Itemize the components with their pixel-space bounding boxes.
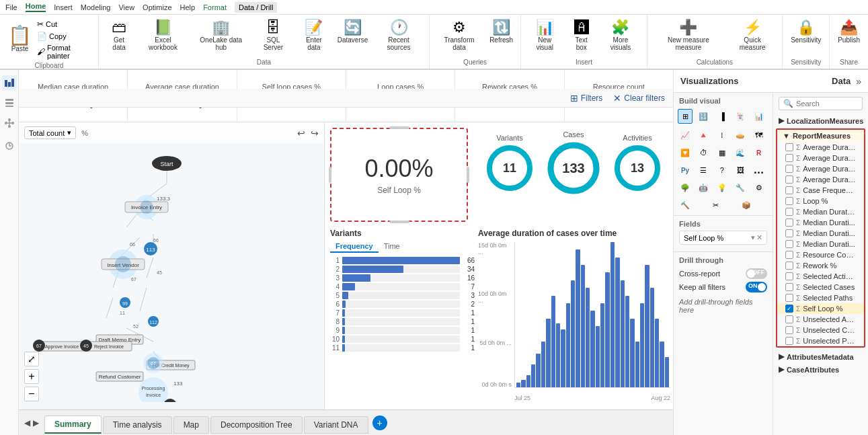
get-data-button[interactable]: 🗃 Get data	[104, 17, 134, 58]
tab-time-analysis[interactable]: Time analysis	[103, 416, 172, 434]
left-icon-report[interactable]	[2, 75, 17, 90]
viz-icon-cut[interactable]: ✂	[709, 198, 723, 212]
viz-icon-area[interactable]: 🔺	[696, 128, 711, 143]
viz-icon-bar[interactable]: ▐	[715, 109, 729, 124]
cut-button[interactable]: ✂ Cut	[36, 19, 93, 30]
onelake-button[interactable]: 🏢 OneLake data hub	[192, 17, 250, 58]
tab-modeling[interactable]: Modeling	[81, 3, 111, 11]
time-tab[interactable]: Time	[379, 241, 405, 253]
group-localization-header[interactable]: ▶ LocalizationMeasures	[773, 114, 868, 127]
viz-icon-wrench[interactable]: 🔨	[678, 198, 693, 212]
data-item[interactable]: Σ Median Durati...	[777, 217, 864, 228]
tab-decomposition[interactable]: Decomposition Tree	[210, 416, 303, 434]
field-remove-icon[interactable]: ✕	[756, 233, 762, 242]
tab-optimize[interactable]: Optimize	[143, 3, 171, 11]
data-item[interactable]: Σ Selected Paths	[777, 292, 864, 303]
data-item[interactable]: Σ Case Frequency	[777, 185, 864, 196]
resize-handle-bottom[interactable]	[389, 221, 409, 223]
tab-home[interactable]: Home	[26, 2, 46, 12]
tab-view[interactable]: View	[118, 3, 134, 11]
viz-icon-tools[interactable]: 🔧	[733, 180, 748, 195]
zoom-in-button[interactable]: +	[24, 369, 39, 384]
data-item[interactable]: Σ Average Durati...	[777, 163, 864, 174]
sensitivity-button[interactable]: 🔒 Sensitivity	[788, 17, 824, 58]
zoom-out-button[interactable]: −	[24, 387, 39, 401]
viz-icon-matrix[interactable]: 🔢	[696, 109, 711, 124]
more-visuals-button[interactable]: 🧩 More visuals	[600, 17, 641, 58]
enter-data-button[interactable]: 📝 Enter data	[297, 17, 331, 58]
viz-icon-treemap[interactable]: ▦	[715, 145, 729, 160]
tab-summary[interactable]: Summary	[44, 416, 102, 434]
expand-button[interactable]: ⤢	[24, 352, 39, 366]
data-item[interactable]: Σ Resource Count	[777, 249, 864, 260]
resize-handle-left[interactable]	[329, 167, 331, 183]
refresh-button[interactable]: 🔃 Refresh	[487, 17, 515, 58]
format-painter-button[interactable]: 🖌 Format painter	[36, 43, 93, 61]
resize-handle-right[interactable]	[467, 167, 469, 183]
frequency-tab[interactable]: Frequency	[330, 241, 379, 253]
viz-icon-qna[interactable]: ?	[715, 163, 729, 177]
publish-button[interactable]: 📤 Publish	[835, 17, 863, 58]
left-icon-model[interactable]	[2, 116, 17, 130]
viz-icon-card[interactable]: 🃏	[733, 109, 748, 124]
data-item[interactable]: Σ Loop %	[777, 196, 864, 206]
data-search-box[interactable]: 🔍	[779, 97, 863, 110]
viz-icon-decomp[interactable]: 🌳	[678, 180, 693, 195]
data-item[interactable]: Σ Median Duration	[777, 206, 864, 217]
viz-icon-more[interactable]: …	[752, 163, 766, 177]
viz-icon-box[interactable]: 📦	[739, 198, 754, 212]
data-item[interactable]: Σ Rework %	[777, 260, 864, 271]
tab-map[interactable]: Map	[173, 416, 209, 434]
dataverse-button[interactable]: 🔄 Dataverse	[336, 17, 370, 58]
add-drillthrough-label[interactable]: Add drill-through fields here	[679, 295, 767, 317]
data-item[interactable]: Σ Unselected Ca...	[777, 325, 864, 335]
viz-icon-smart[interactable]: 💡	[715, 180, 729, 195]
resize-handle-top[interactable]	[389, 126, 409, 129]
text-box-button[interactable]: 🅰 Text box	[567, 17, 596, 58]
tab-add-button[interactable]: +	[372, 416, 387, 430]
paste-button[interactable]: 📋 Paste	[5, 25, 34, 54]
group-attributes-header[interactable]: ▶ AttributesMetadata	[773, 350, 868, 363]
copy-button[interactable]: 📄 Copy	[36, 31, 93, 42]
viz-icon-ai[interactable]: 🤖	[696, 180, 711, 195]
data-item[interactable]: Σ Average Durati...	[777, 174, 864, 185]
viz-icon-gauge[interactable]: ⏱	[696, 145, 711, 160]
excel-button[interactable]: 📗 Excel workbook	[138, 17, 188, 58]
viz-icon-pie[interactable]: 🥧	[733, 128, 748, 143]
nav-prev[interactable]: ◀	[24, 418, 30, 428]
nav-next[interactable]: ▶	[33, 418, 39, 428]
field-chevron-icon[interactable]: ▾	[751, 233, 755, 242]
viz-icon-funnel[interactable]: 🔽	[678, 145, 693, 160]
data-item[interactable]: Σ Selected Activiti...	[777, 271, 864, 282]
viz-icon-py[interactable]: Py	[678, 163, 693, 177]
expand-icon[interactable]: »	[856, 76, 861, 87]
process-undo[interactable]: ↩	[297, 128, 305, 139]
group-reportmeasures-header[interactable]: ▼ ReportMeasures	[777, 130, 864, 142]
data-item[interactable]: Σ Unselected Paths	[777, 335, 864, 346]
viz-icon-r[interactable]: R	[752, 145, 766, 160]
recent-sources-button[interactable]: 🕐 Recent sources	[374, 17, 424, 58]
data-item[interactable]: Σ Selected Cases	[777, 282, 864, 292]
search-input[interactable]	[796, 100, 868, 108]
tab-insert[interactable]: Insert	[54, 3, 73, 11]
new-visual-button[interactable]: 📊 New visual	[526, 17, 563, 58]
viz-icon-waterfall[interactable]: 🌊	[733, 145, 748, 160]
viz-icon-scatter[interactable]: ⁞	[715, 128, 729, 143]
left-icon-refresh2[interactable]	[2, 139, 17, 153]
process-dropdown[interactable]: Total count ▾	[24, 126, 76, 139]
left-icon-data[interactable]	[2, 95, 17, 110]
tab-format[interactable]: Format	[203, 3, 227, 11]
viz-icon-slicer[interactable]: ☰	[696, 163, 711, 177]
viz-icon-map[interactable]: 🗺	[752, 128, 766, 143]
data-item[interactable]: Σ Unselected Acti...	[777, 314, 864, 325]
tab-datadrill[interactable]: Data / Drill	[235, 2, 277, 13]
tab-variant-dna[interactable]: Variant DNA	[304, 416, 368, 434]
viz-icon-settings[interactable]: ⚙	[752, 180, 766, 195]
tab-help[interactable]: Help	[180, 3, 196, 11]
data-item[interactable]: ✓ Σ Self Loop %	[777, 303, 864, 314]
cross-report-toggle[interactable]: OFF	[746, 268, 767, 279]
quick-measure-button[interactable]: ⚡ Quick measure	[728, 17, 777, 58]
data-item[interactable]: Σ Average Durati...	[777, 153, 864, 163]
process-redo[interactable]: ↪	[311, 128, 319, 139]
viz-icon-table[interactable]: ⊞	[678, 109, 693, 124]
